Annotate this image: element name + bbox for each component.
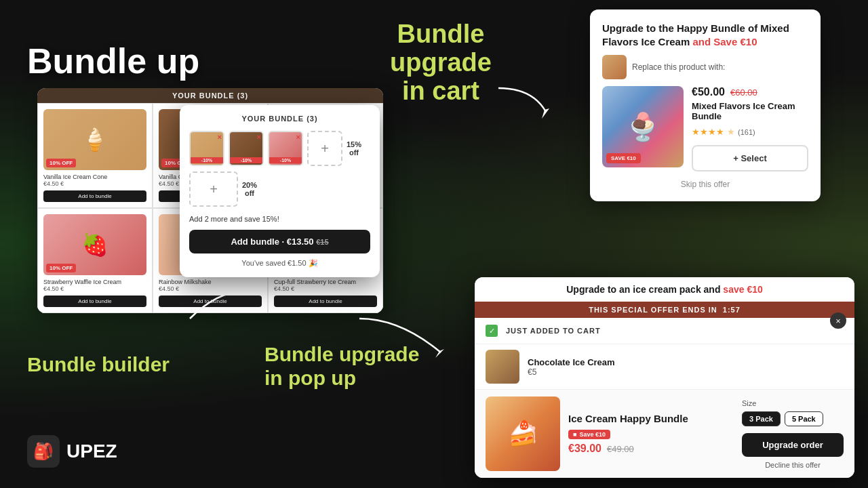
bundle-up-title: Bundle up — [27, 41, 199, 81]
your-bundle-popup: YOUR BUNDLE (3) × -10% × -10% × -10% + 1… — [180, 105, 380, 277]
bundle-row-2: + 20%off — [189, 171, 370, 207]
arrow-builder-icon — [176, 278, 258, 332]
cart-item-price: €5 — [528, 367, 615, 377]
bundle-thumb-3: × -10% — [268, 131, 303, 166]
product-name-3: Strawberry Waffle Ice Cream — [43, 279, 146, 285]
upgrade-product-image: 🍨 SAVE €10 — [602, 86, 684, 167]
product-name-5: Cup-full Strawberry Ice Cream — [274, 279, 377, 285]
bundle-items-row: × -10% × -10% × -10% + 15%off — [189, 131, 370, 166]
save-badge-img: SAVE €10 — [606, 153, 641, 163]
special-offer-bar: THIS SPECIAL OFFER ENDS IN 1:57 — [475, 302, 854, 318]
bundle-percent-20: 20%off — [242, 181, 257, 197]
upgrade-price-row: €50.00 €60.00 — [692, 86, 808, 98]
size-3pack-button[interactable]: 3 Pack — [742, 411, 781, 426]
just-added-row: ✓ JUST ADDED TO CART — [475, 318, 854, 344]
cart-item-name: Chocolate Ice Cream — [528, 357, 615, 367]
cart-item-image — [486, 350, 519, 384]
upez-icon: 🎒 — [27, 435, 60, 468]
bundle-add-large-btn[interactable]: + — [189, 171, 238, 207]
upgrade-cart-card: Upgrade to the Happy Bundle of Mixed Fla… — [590, 9, 821, 201]
upgrade-product-info: €50.00 €60.00 Mixed Flavors Ice Cream Bu… — [692, 86, 808, 171]
upgrade-bundle-name: Ice Cream Happy Bundle — [568, 413, 734, 424]
cart-item-details: Chocolate Ice Cream €5 — [528, 357, 615, 377]
close-button[interactable]: × — [830, 312, 846, 329]
product-image-3: 🍓 10% OFF — [43, 214, 146, 275]
bundle-discount-2: -10% — [230, 157, 262, 163]
upgrade-actions: Size 3 Pack 5 Pack Upgrade order Decline… — [742, 399, 844, 469]
size-label: Size — [742, 399, 844, 407]
add-to-bundle-btn-1[interactable]: Add to bundle — [43, 190, 146, 202]
discount-badge-1: 10% OFF — [46, 159, 76, 167]
product-price-5: €4.50 € — [274, 285, 377, 292]
upgrade-product-row: 🍨 SAVE €10 €50.00 €60.00 Mixed Flavors I… — [602, 86, 808, 171]
svg-marker-0 — [542, 108, 549, 119]
product-price-3: €4.50 € — [43, 285, 146, 292]
decline-button[interactable]: Decline this offer — [742, 461, 844, 469]
bundle-percent-15: 15%off — [347, 140, 361, 157]
upgrade-popup-card: Upgrade to an ice cream pack and save €1… — [475, 277, 854, 478]
bundle-add-slot-btn[interactable]: + — [307, 131, 342, 166]
saved-text: You've saved €1.50 🎉 — [189, 259, 370, 268]
upgrade-bundle-image: 🍰 — [486, 396, 560, 471]
bundle-discount-1: -10% — [191, 157, 223, 163]
discount-badge-3: 10% OFF — [46, 264, 76, 272]
bundle-builder-header: YOUR BUNDLE (3) — [37, 88, 383, 103]
your-bundle-header: YOUR BUNDLE (3) — [189, 115, 370, 123]
svg-marker-2 — [435, 349, 444, 358]
product-name-1: Vanilla Ice Cream Cone — [43, 174, 146, 180]
add-to-bundle-btn-3[interactable]: Add to bundle — [43, 296, 146, 307]
popup-price-row: €39.00 €49.00 — [568, 443, 734, 455]
upgrade-order-button[interactable]: Upgrade order — [742, 433, 844, 457]
select-button[interactable]: + Select — [692, 145, 808, 171]
bundle-x-3[interactable]: × — [296, 133, 300, 141]
review-count: (161) — [738, 128, 755, 136]
upgrade-popup-title: Upgrade to an ice cream pack and save €1… — [475, 277, 854, 302]
skip-offer-link[interactable]: Skip this offer — [602, 180, 808, 189]
bundle-thumb-2: × -10% — [229, 131, 264, 166]
popup-price-original: €49.00 — [607, 444, 634, 454]
stars-row: ★★★★★ (161) — [692, 127, 808, 137]
arrow-cart-icon — [492, 81, 553, 122]
bundle-discount-3: -10% — [269, 157, 302, 163]
bundle-x-1[interactable]: × — [218, 133, 222, 141]
arrow-popup-icon — [346, 305, 454, 373]
cart-item-row: Chocolate Ice Cream €5 — [475, 344, 854, 389]
bundle-builder-label: Bundle builder — [27, 353, 170, 376]
size-5pack-button[interactable]: 5 Pack — [785, 411, 823, 426]
product-cell-3: 🍓 10% OFF Strawberry Waffle Ice Cream €4… — [37, 208, 153, 313]
bundle-thumb-1: × -10% — [189, 131, 224, 166]
upgrade-cart-title: Upgrade to the Happy Bundle of Mixed Fla… — [602, 22, 808, 48]
bundle-x-2[interactable]: × — [257, 133, 261, 141]
main-container: Bundle up Bundle upgradein cart YOUR BUN… — [0, 0, 868, 488]
replace-thumb-icon — [602, 55, 627, 79]
stars-icon: ★★★★ — [692, 127, 724, 137]
save-text: Add 2 more and save 15%! — [189, 215, 370, 223]
upgrade-price-original: €60.00 — [730, 87, 757, 98]
save-badge-small: ■ Save €10 — [568, 430, 610, 439]
replace-label: Replace this product with: — [602, 55, 808, 79]
product-cell-1: 🍦 10% OFF Vanilla Ice Cream Cone €4.50 €… — [37, 103, 153, 208]
upgrade-product-name: Mixed Flavors Ice Cream Bundle — [692, 101, 808, 121]
timer: 1:57 — [723, 306, 741, 314]
just-added-label: JUST ADDED TO CART — [506, 327, 601, 335]
upgrade-bundle-row: 🍰 Ice Cream Happy Bundle ■ Save €10 €39.… — [475, 389, 854, 478]
upez-name: UPEZ — [66, 441, 117, 462]
size-options: 3 Pack 5 Pack — [742, 411, 844, 426]
add-bundle-button[interactable]: Add bundle · €13.50 €15 — [189, 230, 370, 253]
half-star-icon: ★ — [727, 127, 735, 137]
popup-price: €39.00 — [568, 443, 601, 455]
upgrade-bundle-info: Ice Cream Happy Bundle ■ Save €10 €39.00… — [568, 413, 734, 455]
upez-logo: 🎒 UPEZ — [27, 435, 117, 468]
product-price-1: €4.50 € — [43, 180, 146, 187]
checkmark-icon: ✓ — [486, 325, 498, 337]
product-image-1: 🍦 10% OFF — [43, 109, 146, 170]
upgrade-price: €50.00 — [692, 86, 725, 98]
